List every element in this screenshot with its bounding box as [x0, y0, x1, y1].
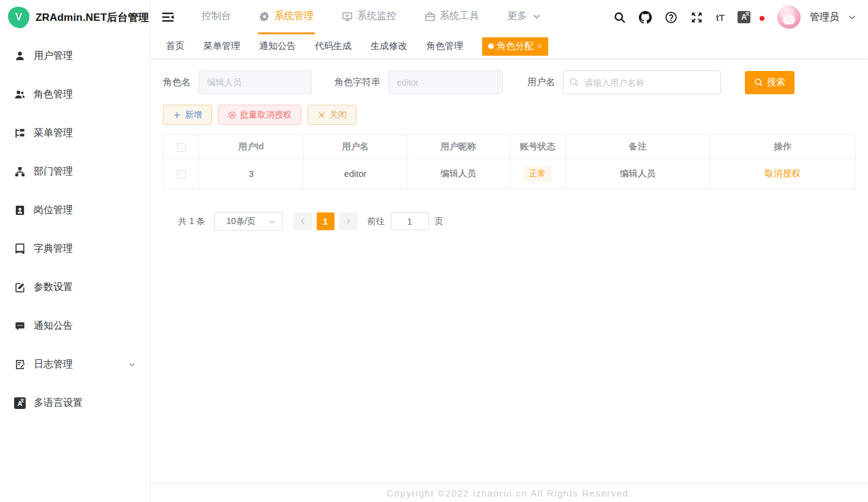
- table-row: 3 editor 编辑人员 正常 编辑人员 取消授权: [164, 159, 856, 189]
- close-icon[interactable]: ×: [537, 41, 542, 51]
- role-name-input[interactable]: [198, 70, 312, 94]
- language-icon[interactable]: A文: [738, 11, 750, 23]
- tags-view-bar: 首页 菜单管理 通知公告 代码生成 生成修改 角色管理 角色分配 ×: [151, 34, 868, 59]
- id-badge-icon: [14, 204, 26, 216]
- next-page-button[interactable]: [339, 212, 358, 230]
- sidebar-item-label: 字典管理: [34, 242, 73, 255]
- copyright-text: Copyright ©2022 izhaorui.cn All Rights R…: [387, 488, 632, 498]
- close-button[interactable]: 关闭: [308, 105, 357, 125]
- nav-item-system-management[interactable]: 系统管理: [258, 0, 315, 34]
- sidebar-item-notice[interactable]: 通知公告: [0, 307, 150, 345]
- goto-page-input[interactable]: [391, 212, 429, 230]
- batch-revoke-button[interactable]: 批量取消授权: [218, 105, 301, 125]
- sidebar-item-role-management[interactable]: 角色管理: [0, 75, 150, 114]
- cell-remark: 编辑人员: [566, 159, 710, 189]
- col-username: 用户名: [304, 135, 407, 159]
- cell-user-id: 3: [199, 159, 304, 189]
- sidebar-item-menu-management[interactable]: 菜单管理: [0, 114, 150, 152]
- sidebar-item-dict-management[interactable]: 字典管理: [0, 230, 150, 268]
- sidebar-item-label: 部门管理: [34, 165, 73, 178]
- page-size-select[interactable]: 10条/页: [214, 212, 283, 231]
- top-nav-menu: 控制台 系统管理 系统监控 系统工具 更多: [200, 0, 569, 34]
- search-icon[interactable]: [613, 11, 626, 24]
- row-checkbox[interactable]: [177, 170, 186, 179]
- sidebar-item-dept-management[interactable]: 部门管理: [0, 152, 150, 191]
- help-icon[interactable]: [665, 11, 677, 24]
- users-icon: [14, 89, 26, 100]
- gear-icon: [259, 11, 270, 22]
- nav-item-dashboard[interactable]: 控制台: [200, 0, 232, 34]
- chevron-down-icon[interactable]: [847, 12, 857, 22]
- sidebar-item-label: 日志管理: [34, 358, 73, 371]
- nav-item-more[interactable]: 更多: [506, 0, 543, 34]
- app-logo-row[interactable]: V ZRAdmin.NET后台管理: [0, 0, 150, 34]
- page-content: 角色名 角色字符串 用户名 搜索: [151, 59, 868, 483]
- table-toolbar: 新增 批量取消授权 关闭: [163, 105, 856, 125]
- sidebar-collapse-icon[interactable]: [161, 10, 175, 24]
- user-name[interactable]: 管理员: [810, 11, 839, 24]
- tab-code-gen[interactable]: 代码生成: [315, 40, 352, 52]
- notification-dot: [760, 16, 764, 21]
- tab-home[interactable]: 首页: [166, 40, 184, 52]
- cross-icon: [317, 111, 326, 119]
- sidebar-item-log-management[interactable]: 日志管理: [0, 345, 150, 384]
- dictionary-book-icon: [14, 243, 26, 255]
- sidebar-item-label: 用户管理: [34, 50, 73, 62]
- logo-letter: V: [15, 11, 22, 23]
- goto-suffix: 页: [435, 216, 443, 227]
- plus-icon: [173, 111, 181, 119]
- total-count: 共 1 条: [178, 216, 205, 227]
- sidebar-item-label: 多语言设置: [34, 397, 83, 410]
- tab-role-management[interactable]: 角色管理: [426, 40, 463, 52]
- search-button[interactable]: 搜索: [745, 71, 794, 94]
- header-actions: tT A文 管理员: [613, 6, 857, 29]
- chevron-down-icon: [531, 11, 542, 22]
- menu-tree-icon: [14, 127, 26, 139]
- github-icon[interactable]: [639, 11, 652, 24]
- username-input[interactable]: [563, 70, 721, 94]
- app-title: ZRAdmin.NET后台管理: [36, 10, 149, 24]
- tab-role-assign[interactable]: 角色分配 ×: [482, 37, 548, 56]
- add-button[interactable]: 新增: [163, 105, 212, 125]
- cell-username: editor: [304, 159, 407, 189]
- sidebar-item-param-settings[interactable]: 参数设置: [0, 268, 150, 307]
- filter-form: 角色名 角色字符串 用户名 搜索: [163, 70, 856, 94]
- sidebar-item-label: 角色管理: [34, 88, 73, 101]
- main-area: 控制台 系统管理 系统监控 系统工具 更多: [151, 0, 868, 502]
- tab-menu-management[interactable]: 菜单管理: [203, 40, 240, 52]
- nav-item-system-tools[interactable]: 系统工具: [423, 0, 480, 34]
- sidebar-item-label: 岗位管理: [34, 204, 73, 217]
- role-name-label: 角色名: [163, 77, 191, 88]
- sidebar-item-i18n-settings[interactable]: A文 多语言设置: [0, 384, 150, 422]
- org-chart-icon: [14, 166, 26, 178]
- username-label: 用户名: [527, 77, 555, 88]
- cell-nickname: 编辑人员: [407, 159, 510, 189]
- sidebar-item-label: 菜单管理: [34, 127, 73, 140]
- tab-notice[interactable]: 通知公告: [259, 40, 296, 52]
- sidebar-menu: 用户管理 角色管理 菜单管理 部门管理 岗位管理: [0, 37, 150, 422]
- col-remark: 备注: [566, 135, 710, 159]
- tab-gen-edit[interactable]: 生成修改: [371, 40, 407, 52]
- goto-label: 前往: [368, 216, 385, 227]
- nav-item-system-monitor[interactable]: 系统监控: [341, 0, 398, 34]
- col-user-id: 用户Id: [199, 135, 304, 159]
- sidebar-item-post-management[interactable]: 岗位管理: [0, 191, 150, 230]
- username-input-wrap: [563, 70, 721, 94]
- select-all-checkbox[interactable]: [177, 143, 186, 152]
- sidebar-item-label: 参数设置: [34, 281, 73, 294]
- table-header-row: 用户Id 用户名 用户昵称 账号状态 备注 操作: [164, 135, 856, 159]
- log-document-icon: [14, 359, 26, 370]
- prev-page-button[interactable]: [293, 212, 312, 230]
- font-size-icon[interactable]: tT: [716, 11, 725, 24]
- role-key-input[interactable]: [388, 70, 503, 94]
- edit-square-icon: [14, 282, 26, 293]
- fullscreen-icon[interactable]: [690, 11, 703, 24]
- toolbox-icon: [425, 11, 436, 22]
- sidebar-item-user-management[interactable]: 用户管理: [0, 37, 150, 75]
- avatar[interactable]: [777, 6, 801, 29]
- revoke-auth-link[interactable]: 取消授权: [765, 168, 801, 178]
- chevron-down-icon: [127, 360, 137, 369]
- status-badge: 正常: [524, 166, 551, 182]
- search-icon: [754, 78, 763, 87]
- page-number-active[interactable]: 1: [317, 212, 334, 230]
